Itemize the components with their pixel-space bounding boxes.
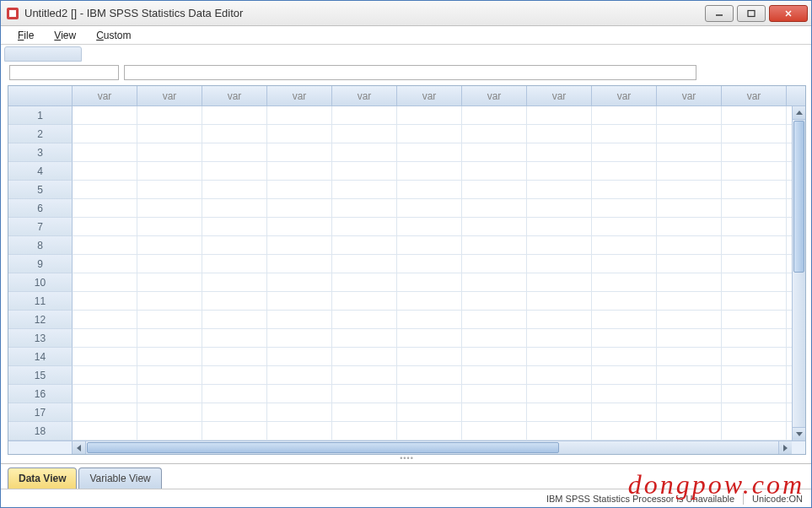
cell[interactable] (267, 422, 332, 440)
cell[interactable] (722, 181, 787, 198)
formula-input[interactable] (124, 65, 696, 80)
cell[interactable] (332, 218, 397, 235)
cell[interactable] (657, 329, 722, 347)
cell[interactable] (332, 143, 397, 161)
cell[interactable] (462, 385, 527, 403)
cell[interactable] (397, 422, 462, 440)
row-header[interactable]: 17 (8, 403, 73, 422)
cell[interactable] (462, 162, 527, 180)
cell[interactable] (267, 218, 332, 235)
row-header[interactable]: 16 (8, 385, 73, 403)
cell[interactable] (332, 292, 397, 310)
cell[interactable] (267, 385, 332, 403)
cell[interactable] (462, 329, 527, 347)
cell[interactable] (73, 403, 137, 421)
cell[interactable] (202, 292, 267, 310)
cell[interactable] (397, 218, 462, 235)
cell[interactable] (137, 106, 202, 124)
cell[interactable] (462, 403, 527, 421)
cell[interactable] (397, 403, 462, 421)
cell[interactable] (657, 292, 722, 310)
minimize-button[interactable] (705, 5, 734, 22)
cell[interactable] (73, 348, 137, 365)
cell[interactable] (137, 329, 202, 347)
cell[interactable] (267, 348, 332, 365)
cell[interactable] (657, 125, 722, 143)
cell[interactable] (657, 311, 722, 328)
cell[interactable] (592, 329, 657, 347)
cell[interactable] (397, 181, 462, 198)
cell[interactable] (137, 311, 202, 328)
cell[interactable] (657, 385, 722, 403)
cell[interactable] (397, 199, 462, 217)
tab-data-view[interactable]: Data View (8, 467, 77, 489)
cell[interactable] (267, 106, 332, 124)
cell[interactable] (657, 273, 722, 291)
cell[interactable] (722, 236, 787, 254)
row-header[interactable]: 14 (8, 348, 73, 366)
cell[interactable] (462, 199, 527, 217)
cell[interactable] (202, 422, 267, 440)
cell[interactable] (73, 236, 137, 254)
cell[interactable] (722, 403, 787, 421)
cell[interactable] (592, 385, 657, 403)
row-header[interactable]: 15 (8, 366, 73, 385)
cell[interactable] (202, 143, 267, 161)
scroll-right-icon[interactable] (778, 441, 792, 454)
cell[interactable] (592, 311, 657, 328)
cell[interactable] (462, 422, 527, 440)
cell[interactable] (592, 348, 657, 365)
cell[interactable] (332, 236, 397, 254)
cell[interactable] (527, 273, 592, 291)
column-header[interactable]: var (592, 86, 657, 105)
resize-grip-icon[interactable]: •••• (8, 455, 806, 462)
maximize-button[interactable] (737, 5, 766, 22)
cell[interactable] (527, 199, 592, 217)
cell[interactable] (137, 236, 202, 254)
cell[interactable] (73, 199, 137, 217)
cell[interactable] (397, 366, 462, 384)
cell[interactable] (202, 255, 267, 273)
cell[interactable] (332, 106, 397, 124)
column-header[interactable]: var (462, 86, 527, 105)
scroll-up-icon[interactable] (793, 106, 805, 120)
row-header[interactable]: 1 (8, 106, 73, 125)
cell[interactable] (202, 162, 267, 180)
cell[interactable] (267, 403, 332, 421)
cell[interactable] (527, 329, 592, 347)
cell[interactable] (137, 199, 202, 217)
cell[interactable] (332, 255, 397, 273)
cell[interactable] (73, 329, 137, 347)
cell[interactable] (592, 403, 657, 421)
cell[interactable] (592, 366, 657, 384)
cell[interactable] (527, 125, 592, 143)
cell[interactable] (527, 348, 592, 365)
cell[interactable] (73, 162, 137, 180)
cell[interactable] (722, 385, 787, 403)
cell[interactable] (657, 348, 722, 365)
menu-view[interactable]: View (44, 28, 86, 43)
cell[interactable] (657, 236, 722, 254)
cell[interactable] (73, 273, 137, 291)
cell[interactable] (267, 292, 332, 310)
column-header[interactable]: var (332, 86, 397, 105)
cell[interactable] (592, 236, 657, 254)
cell[interactable] (397, 162, 462, 180)
cell[interactable] (202, 218, 267, 235)
cell[interactable] (657, 162, 722, 180)
cell[interactable] (267, 236, 332, 254)
cell[interactable] (267, 273, 332, 291)
cell[interactable] (527, 403, 592, 421)
cell[interactable] (267, 329, 332, 347)
cell[interactable] (527, 181, 592, 198)
cell[interactable] (397, 273, 462, 291)
cell[interactable] (592, 143, 657, 161)
cell[interactable] (397, 348, 462, 365)
cell[interactable] (462, 311, 527, 328)
cell[interactable] (722, 162, 787, 180)
cell[interactable] (722, 125, 787, 143)
cell[interactable] (202, 106, 267, 124)
cell[interactable] (137, 292, 202, 310)
cell[interactable] (462, 143, 527, 161)
cell[interactable] (332, 273, 397, 291)
